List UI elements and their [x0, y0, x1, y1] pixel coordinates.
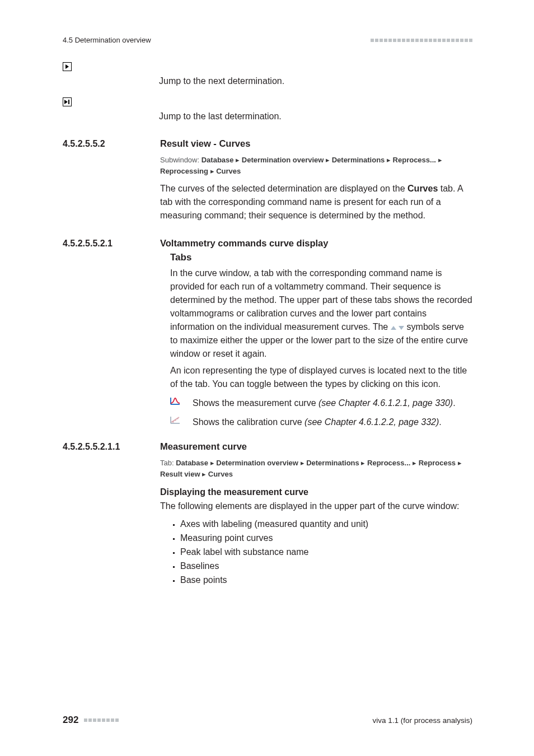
next-determination-desc: Jump to the next determination.	[159, 62, 472, 87]
text-bold: Curves	[407, 184, 438, 193]
breadcrumb-item: Database	[202, 156, 234, 164]
triangle-down-icon	[399, 326, 404, 330]
breadcrumb-item: Determination overview	[216, 459, 298, 467]
section-title: Measurement curve	[160, 441, 247, 452]
breadcrumb-item: Reprocess...	[393, 156, 436, 164]
breadcrumb-item: Reprocessing	[160, 167, 208, 175]
running-header: 4.5 Determination overview	[63, 36, 472, 44]
breadcrumb-prefix: Subwindow:	[160, 156, 202, 164]
bullet-list: Axes with labeling (measured quantity an…	[160, 517, 472, 587]
paragraph: An icon representing the type of display…	[170, 364, 472, 391]
reference: (see Chapter 4.6.1.2.2, page 332)	[305, 417, 439, 427]
header-decor-icon	[371, 39, 472, 42]
breadcrumb: Tab: Database ▸ Determination overview ▸…	[160, 458, 472, 479]
svg-marker-1	[64, 100, 68, 104]
curve-description: Shows the calibration curve (see Chapter…	[193, 416, 472, 429]
breadcrumb-item: Reprocess	[419, 459, 456, 467]
list-item: Measuring point curves	[180, 531, 472, 545]
section-number: 4.5.2.5.5.2.1.1	[63, 442, 160, 452]
section-title: Voltammetry commands curve display	[160, 238, 328, 249]
last-determination-desc: Jump to the last determination.	[159, 97, 472, 123]
breadcrumb-item: Reprocess...	[367, 459, 410, 467]
calibration-curve-icon[interactable]	[170, 416, 180, 427]
text: Shows the calibration curve	[193, 417, 305, 427]
paragraph: In the curve window, a tab with the corr…	[170, 267, 472, 361]
breadcrumb-prefix: Tab:	[160, 459, 176, 467]
footer-product: viva 1.1 (for process analysis)	[372, 716, 472, 725]
breadcrumb-item: Database	[176, 459, 208, 467]
breadcrumb-item: Curves	[208, 470, 233, 478]
section-number: 4.5.2.5.5.2.1	[63, 239, 160, 249]
reference: (see Chapter 4.6.1.2.1, page 330)	[318, 398, 453, 408]
header-section-label: 4.5 Determination overview	[63, 36, 151, 44]
list-item: Base points	[180, 573, 472, 587]
breadcrumb-item: Determination overview	[242, 156, 324, 164]
page-number: 292	[63, 715, 78, 726]
breadcrumb: Subwindow: Database ▸ Determination over…	[160, 155, 472, 176]
footer-decor-icon	[84, 718, 119, 722]
svg-rect-2	[68, 100, 69, 104]
svg-marker-0	[65, 64, 69, 69]
svg-rect-5	[175, 419, 176, 421]
text: Shows the measurement curve	[193, 398, 318, 408]
svg-rect-4	[172, 421, 174, 423]
section-number: 4.5.2.5.5.2	[63, 139, 160, 149]
measurement-curve-icon[interactable]	[170, 396, 180, 408]
text: .	[453, 398, 455, 408]
list-item: Peak label with substance name	[180, 545, 472, 559]
triangle-up-icon	[391, 326, 396, 330]
svg-rect-6	[177, 418, 179, 419]
last-determination-icon[interactable]	[63, 97, 72, 106]
text: The curves of the selected determination…	[160, 184, 407, 193]
breadcrumb-item: Determinations	[332, 156, 385, 164]
page-footer: 292 viva 1.1 (for process analysis)	[63, 715, 472, 726]
breadcrumb-item: Determinations	[306, 459, 359, 467]
subheading: Tabs	[170, 252, 472, 263]
breadcrumb-item: Curves	[216, 167, 241, 175]
paragraph: The curves of the selected determination…	[160, 182, 472, 222]
curve-description: Shows the measurement curve (see Chapter…	[193, 396, 472, 410]
paragraph: The following elements are displayed in …	[160, 500, 472, 513]
list-item: Axes with labeling (measured quantity an…	[180, 517, 472, 531]
text: .	[439, 417, 441, 427]
next-determination-icon[interactable]	[63, 62, 72, 71]
section-title: Result view - Curves	[160, 138, 250, 149]
list-item: Baselines	[180, 559, 472, 573]
breadcrumb-item: Result view	[160, 470, 200, 478]
subheading: Displaying the measurement curve	[160, 487, 472, 497]
